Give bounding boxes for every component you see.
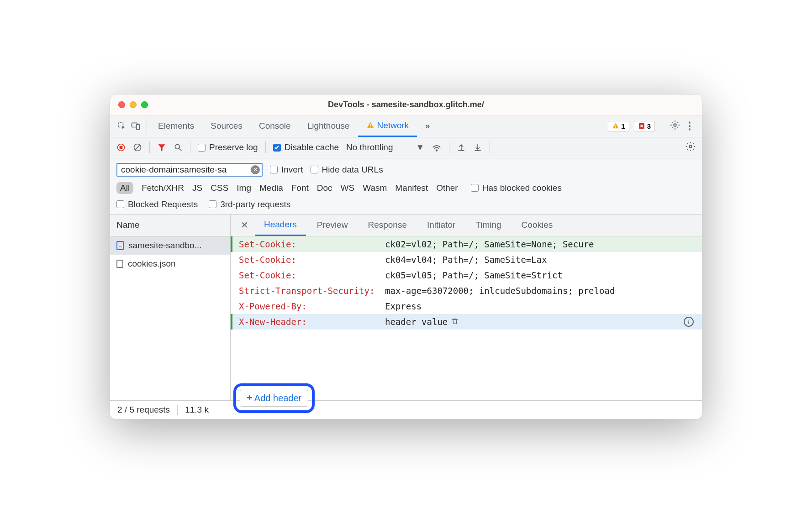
type-fetch-xhr[interactable]: Fetch/XHR xyxy=(142,183,184,193)
maximize-window-button[interactable] xyxy=(141,101,148,108)
tab-lighthouse[interactable]: Lighthouse xyxy=(299,115,358,137)
header-value: ck02=vl02; Path=/; SameSite=None; Secure xyxy=(385,239,694,249)
filter-input-wrap[interactable]: ✕ xyxy=(116,163,263,177)
type-all[interactable]: All xyxy=(116,182,133,194)
checkbox-icon xyxy=(270,166,278,173)
type-img[interactable]: Img xyxy=(237,183,251,193)
filter-bar: ✕ Invert Hide data URLs All Fetch/XHR JS… xyxy=(110,158,702,215)
download-har-icon[interactable] xyxy=(473,143,482,152)
header-row[interactable]: Set-Cookie: ck05=vl05; Path=/; SameSite=… xyxy=(231,267,702,283)
invert-checkbox[interactable]: Invert xyxy=(270,165,303,175)
clear-filter-button[interactable]: ✕ xyxy=(251,165,260,174)
header-row[interactable]: Set-Cookie: ck04=vl04; Path=/; SameSite=… xyxy=(231,252,702,267)
tab-console[interactable]: Console xyxy=(251,115,299,137)
clear-button[interactable] xyxy=(133,143,142,152)
detail-tab-headers[interactable]: Headers xyxy=(255,215,306,236)
svg-rect-5 xyxy=(616,125,616,126)
tab-sources[interactable]: Sources xyxy=(202,115,251,137)
svg-point-16 xyxy=(689,145,692,148)
header-value: ck04=vl04; Path=/; SameSite=Lax xyxy=(385,255,694,265)
header-row[interactable]: Strict-Transport-Security: max-age=63072… xyxy=(231,283,702,298)
network-settings-icon[interactable] xyxy=(685,141,696,153)
svg-point-15 xyxy=(436,150,438,151)
detail-tab-timing[interactable]: Timing xyxy=(466,215,510,236)
close-detail-button[interactable]: ✕ xyxy=(236,215,253,236)
header-row-editing[interactable]: X-New-Header: header value i xyxy=(231,314,702,330)
device-toolbar-icon[interactable] xyxy=(131,121,140,131)
warnings-badge[interactable]: 1 xyxy=(608,121,629,131)
header-name[interactable]: X-New-Header: xyxy=(239,317,385,327)
info-icon[interactable]: i xyxy=(684,317,694,327)
hide-data-urls-checkbox[interactable]: Hide data URLs xyxy=(311,165,383,175)
svg-rect-6 xyxy=(616,127,616,128)
checkbox-icon xyxy=(209,200,216,208)
type-doc[interactable]: Doc xyxy=(317,183,332,193)
warning-icon xyxy=(366,121,374,130)
throttling-select[interactable]: No throttling ▼ xyxy=(346,142,424,152)
document-icon xyxy=(116,241,124,250)
blocked-requests-checkbox[interactable]: Blocked Requests xyxy=(116,199,198,209)
detail-tab-cookies[interactable]: Cookies xyxy=(512,215,562,236)
header-name: Set-Cookie: xyxy=(239,270,385,280)
type-other[interactable]: Other xyxy=(436,183,458,193)
filter-input[interactable] xyxy=(121,165,251,175)
disable-cache-checkbox[interactable]: Disable cache xyxy=(273,142,339,152)
more-tabs-button[interactable]: » xyxy=(417,115,438,137)
requests-sidebar: Name samesite-sandbo... cookies.json xyxy=(110,215,231,400)
request-row[interactable]: cookies.json xyxy=(110,255,230,273)
requests-count: 2 / 5 requests xyxy=(117,405,170,415)
delete-header-icon[interactable] xyxy=(451,317,459,327)
warning-icon xyxy=(612,122,619,130)
detail-tab-preview[interactable]: Preview xyxy=(308,215,357,236)
type-wasm[interactable]: Wasm xyxy=(363,183,387,193)
warnings-count: 1 xyxy=(621,122,625,130)
svg-line-12 xyxy=(135,145,140,150)
header-value[interactable]: header value i xyxy=(385,317,694,327)
content-pane: Name samesite-sandbo... cookies.json ✕ H… xyxy=(110,215,702,401)
third-party-requests-checkbox[interactable]: 3rd-party requests xyxy=(209,199,290,209)
svg-rect-4 xyxy=(370,127,371,128)
close-window-button[interactable] xyxy=(118,101,125,108)
detail-tab-response[interactable]: Response xyxy=(359,215,416,236)
filter-icon[interactable] xyxy=(157,143,166,152)
tab-elements[interactable]: Elements xyxy=(150,115,202,137)
headers-list: Set-Cookie: ck02=vl02; Path=/; SameSite=… xyxy=(231,236,702,400)
search-icon[interactable] xyxy=(174,143,183,152)
svg-rect-3 xyxy=(370,124,371,126)
tab-network[interactable]: Network xyxy=(358,115,417,137)
errors-badge[interactable]: 3 xyxy=(634,121,655,131)
type-manifest[interactable]: Manifest xyxy=(395,183,428,193)
settings-icon[interactable] xyxy=(670,120,680,132)
type-css[interactable]: CSS xyxy=(211,183,228,193)
window-title: DevTools - samesite-sandbox.glitch.me/ xyxy=(328,100,484,110)
svg-point-13 xyxy=(175,144,179,149)
detail-tab-initiator[interactable]: Initiator xyxy=(418,215,464,236)
more-menu-icon[interactable]: ⋮ xyxy=(685,120,695,132)
minimize-window-button[interactable] xyxy=(130,101,137,108)
svg-line-14 xyxy=(179,149,182,151)
chevron-down-icon: ▼ xyxy=(416,142,424,152)
add-header-button[interactable]: + Add header xyxy=(240,390,308,407)
has-blocked-cookies-checkbox[interactable]: Has blocked cookies xyxy=(471,183,562,193)
network-conditions-icon[interactable] xyxy=(432,142,442,152)
type-ws[interactable]: WS xyxy=(341,183,355,193)
requests-column-header[interactable]: Name xyxy=(110,215,230,236)
add-header-highlight: + Add header xyxy=(233,383,315,413)
header-value: ck05=vl05; Path=/; SameSite=Strict xyxy=(385,270,694,280)
type-js[interactable]: JS xyxy=(192,183,202,193)
upload-har-icon[interactable] xyxy=(457,143,466,152)
request-row[interactable]: samesite-sandbo... xyxy=(110,236,230,255)
header-row[interactable]: X-Powered-By: Express xyxy=(231,298,702,314)
checkbox-checked-icon xyxy=(273,144,281,152)
request-name: cookies.json xyxy=(128,259,176,269)
header-row[interactable]: Set-Cookie: ck02=vl02; Path=/; SameSite=… xyxy=(231,236,702,252)
type-filters: All Fetch/XHR JS CSS Img Media Font Doc … xyxy=(116,182,696,194)
preserve-log-checkbox[interactable]: Preserve log xyxy=(198,142,258,152)
type-media[interactable]: Media xyxy=(259,183,283,193)
checkbox-icon xyxy=(471,184,479,192)
inspect-element-icon[interactable] xyxy=(117,121,127,131)
type-font[interactable]: Font xyxy=(291,183,309,193)
request-name: samesite-sandbo... xyxy=(128,241,202,251)
main-tabs: Elements Sources Console Lighthouse Netw… xyxy=(150,115,438,137)
record-button[interactable] xyxy=(116,143,126,152)
